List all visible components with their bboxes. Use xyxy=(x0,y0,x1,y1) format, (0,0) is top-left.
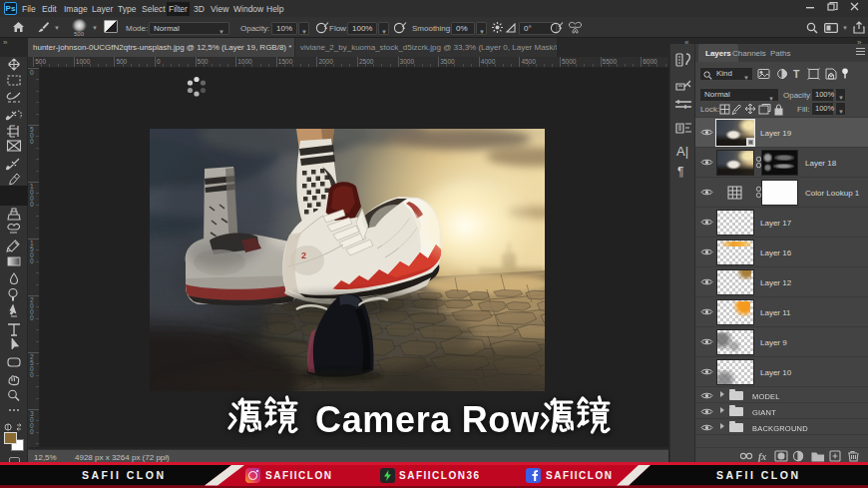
svg-text:Camera Row: Camera Row xyxy=(315,399,540,440)
svg-text:A|: A| xyxy=(676,144,688,159)
svg-text:fx: fx xyxy=(758,451,766,462)
svg-text:¶: ¶ xyxy=(677,165,683,179)
svg-text:2: 2 xyxy=(301,250,306,260)
svg-text:T: T xyxy=(793,68,800,80)
